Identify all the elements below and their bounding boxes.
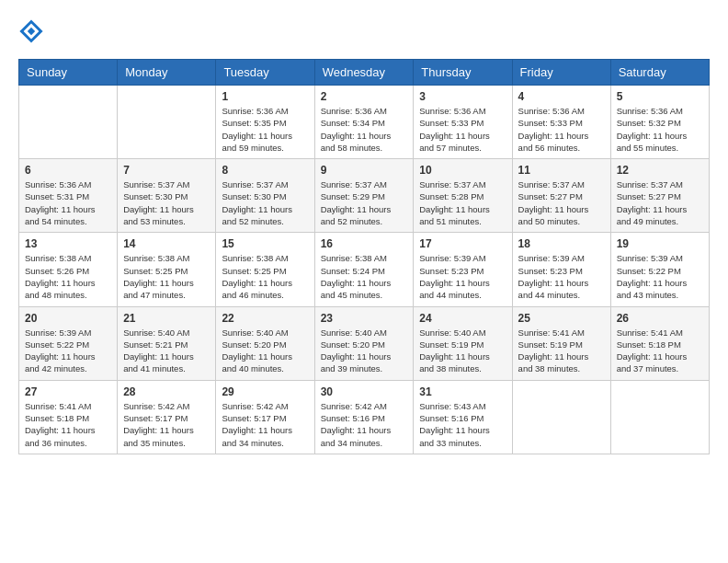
day-info: Sunrise: 5:38 AM Sunset: 5:25 PM Dayligh…	[123, 252, 210, 301]
day-of-week-header: Sunday	[19, 60, 118, 86]
calendar-cell: 30Sunrise: 5:42 AM Sunset: 5:16 PM Dayli…	[314, 380, 414, 454]
day-number: 9	[321, 164, 408, 177]
calendar-cell: 6Sunrise: 5:36 AM Sunset: 5:31 PM Daylig…	[19, 159, 118, 233]
calendar-cell: 3Sunrise: 5:36 AM Sunset: 5:33 PM Daylig…	[414, 86, 512, 159]
day-number: 2	[321, 90, 408, 103]
day-number: 5	[617, 90, 703, 103]
day-info: Sunrise: 5:41 AM Sunset: 5:18 PM Dayligh…	[617, 327, 703, 375]
day-info: Sunrise: 5:37 AM Sunset: 5:27 PM Dayligh…	[617, 178, 703, 227]
calendar-cell: 7Sunrise: 5:37 AM Sunset: 5:30 PM Daylig…	[118, 159, 216, 233]
calendar-cell: 2Sunrise: 5:36 AM Sunset: 5:34 PM Daylig…	[314, 86, 414, 159]
page-header	[18, 18, 710, 44]
day-of-week-header: Saturday	[610, 60, 709, 86]
logo-icon	[18, 18, 44, 44]
day-info: Sunrise: 5:40 AM Sunset: 5:19 PM Dayligh…	[419, 327, 506, 375]
day-of-week-header: Wednesday	[314, 60, 414, 86]
day-info: Sunrise: 5:39 AM Sunset: 5:22 PM Dayligh…	[25, 327, 111, 375]
day-number: 12	[617, 164, 703, 177]
day-number: 4	[518, 90, 605, 103]
day-info: Sunrise: 5:38 AM Sunset: 5:24 PM Dayligh…	[321, 252, 408, 301]
day-of-week-header: Monday	[118, 60, 216, 86]
calendar-header-row: SundayMondayTuesdayWednesdayThursdayFrid…	[19, 60, 710, 86]
logo	[18, 18, 48, 44]
calendar-cell: 10Sunrise: 5:37 AM Sunset: 5:28 PM Dayli…	[414, 159, 512, 233]
day-of-week-header: Tuesday	[216, 60, 314, 86]
day-number: 3	[419, 90, 506, 103]
calendar-cell: 5Sunrise: 5:36 AM Sunset: 5:32 PM Daylig…	[610, 86, 709, 159]
day-info: Sunrise: 5:40 AM Sunset: 5:20 PM Dayligh…	[222, 327, 308, 375]
day-number: 23	[321, 312, 408, 325]
calendar-cell: 31Sunrise: 5:43 AM Sunset: 5:16 PM Dayli…	[414, 380, 512, 454]
calendar-cell: 21Sunrise: 5:40 AM Sunset: 5:21 PM Dayli…	[118, 306, 216, 380]
day-info: Sunrise: 5:40 AM Sunset: 5:20 PM Dayligh…	[321, 327, 408, 375]
calendar-cell: 28Sunrise: 5:42 AM Sunset: 5:17 PM Dayli…	[118, 380, 216, 454]
day-info: Sunrise: 5:39 AM Sunset: 5:23 PM Dayligh…	[419, 252, 506, 301]
day-info: Sunrise: 5:38 AM Sunset: 5:26 PM Dayligh…	[25, 252, 111, 301]
calendar-week-row: 1Sunrise: 5:36 AM Sunset: 5:35 PM Daylig…	[19, 86, 710, 159]
day-number: 10	[419, 164, 506, 177]
day-number: 21	[123, 312, 210, 325]
day-number: 24	[419, 312, 506, 325]
day-info: Sunrise: 5:36 AM Sunset: 5:33 PM Dayligh…	[518, 105, 605, 154]
calendar-cell: 23Sunrise: 5:40 AM Sunset: 5:20 PM Dayli…	[314, 306, 414, 380]
calendar-cell	[118, 86, 216, 159]
day-info: Sunrise: 5:43 AM Sunset: 5:16 PM Dayligh…	[419, 400, 506, 449]
day-number: 11	[518, 164, 605, 177]
day-number: 7	[123, 164, 210, 177]
day-info: Sunrise: 5:38 AM Sunset: 5:25 PM Dayligh…	[222, 252, 308, 301]
day-info: Sunrise: 5:40 AM Sunset: 5:21 PM Dayligh…	[123, 327, 210, 375]
calendar-cell: 22Sunrise: 5:40 AM Sunset: 5:20 PM Dayli…	[216, 306, 314, 380]
calendar-week-row: 27Sunrise: 5:41 AM Sunset: 5:18 PM Dayli…	[19, 380, 710, 454]
calendar-cell: 14Sunrise: 5:38 AM Sunset: 5:25 PM Dayli…	[118, 233, 216, 306]
day-number: 15	[222, 237, 308, 250]
day-number: 30	[321, 385, 408, 398]
day-info: Sunrise: 5:39 AM Sunset: 5:22 PM Dayligh…	[617, 252, 703, 301]
day-info: Sunrise: 5:36 AM Sunset: 5:33 PM Dayligh…	[419, 105, 506, 154]
day-info: Sunrise: 5:36 AM Sunset: 5:35 PM Dayligh…	[222, 105, 308, 154]
calendar-cell: 4Sunrise: 5:36 AM Sunset: 5:33 PM Daylig…	[512, 86, 610, 159]
calendar-cell: 12Sunrise: 5:37 AM Sunset: 5:27 PM Dayli…	[610, 159, 709, 233]
calendar-week-row: 13Sunrise: 5:38 AM Sunset: 5:26 PM Dayli…	[19, 233, 710, 306]
day-number: 13	[25, 237, 111, 250]
day-number: 17	[419, 237, 506, 250]
day-number: 8	[222, 164, 308, 177]
calendar-cell: 24Sunrise: 5:40 AM Sunset: 5:19 PM Dayli…	[414, 306, 512, 380]
day-of-week-header: Thursday	[414, 60, 512, 86]
day-number: 29	[222, 385, 308, 398]
calendar-cell: 20Sunrise: 5:39 AM Sunset: 5:22 PM Dayli…	[19, 306, 118, 380]
day-info: Sunrise: 5:39 AM Sunset: 5:23 PM Dayligh…	[518, 252, 605, 301]
day-number: 22	[222, 312, 308, 325]
calendar-cell: 1Sunrise: 5:36 AM Sunset: 5:35 PM Daylig…	[216, 86, 314, 159]
calendar-table: SundayMondayTuesdayWednesdayThursdayFrid…	[18, 59, 710, 454]
day-number: 20	[25, 312, 111, 325]
calendar-cell: 25Sunrise: 5:41 AM Sunset: 5:19 PM Dayli…	[512, 306, 610, 380]
calendar-cell: 17Sunrise: 5:39 AM Sunset: 5:23 PM Dayli…	[414, 233, 512, 306]
calendar-cell: 9Sunrise: 5:37 AM Sunset: 5:29 PM Daylig…	[314, 159, 414, 233]
day-number: 25	[518, 312, 605, 325]
calendar-week-row: 6Sunrise: 5:36 AM Sunset: 5:31 PM Daylig…	[19, 159, 710, 233]
calendar-cell: 8Sunrise: 5:37 AM Sunset: 5:30 PM Daylig…	[216, 159, 314, 233]
day-number: 1	[222, 90, 308, 103]
day-info: Sunrise: 5:37 AM Sunset: 5:27 PM Dayligh…	[518, 178, 605, 227]
day-number: 26	[617, 312, 703, 325]
day-info: Sunrise: 5:42 AM Sunset: 5:17 PM Dayligh…	[222, 400, 308, 449]
day-info: Sunrise: 5:42 AM Sunset: 5:16 PM Dayligh…	[321, 400, 408, 449]
day-number: 16	[321, 237, 408, 250]
day-info: Sunrise: 5:36 AM Sunset: 5:31 PM Dayligh…	[25, 178, 111, 227]
calendar-cell: 15Sunrise: 5:38 AM Sunset: 5:25 PM Dayli…	[216, 233, 314, 306]
calendar-week-row: 20Sunrise: 5:39 AM Sunset: 5:22 PM Dayli…	[19, 306, 710, 380]
day-info: Sunrise: 5:36 AM Sunset: 5:34 PM Dayligh…	[321, 105, 408, 154]
calendar-cell: 26Sunrise: 5:41 AM Sunset: 5:18 PM Dayli…	[610, 306, 709, 380]
day-info: Sunrise: 5:37 AM Sunset: 5:30 PM Dayligh…	[222, 178, 308, 227]
day-number: 27	[25, 385, 111, 398]
day-number: 6	[25, 164, 111, 177]
calendar-body: 1Sunrise: 5:36 AM Sunset: 5:35 PM Daylig…	[19, 86, 710, 454]
calendar-cell: 18Sunrise: 5:39 AM Sunset: 5:23 PM Dayli…	[512, 233, 610, 306]
calendar-cell	[512, 380, 610, 454]
day-number: 28	[123, 385, 210, 398]
day-info: Sunrise: 5:41 AM Sunset: 5:18 PM Dayligh…	[25, 400, 111, 449]
day-number: 31	[419, 385, 506, 398]
calendar-cell: 27Sunrise: 5:41 AM Sunset: 5:18 PM Dayli…	[19, 380, 118, 454]
calendar-cell: 19Sunrise: 5:39 AM Sunset: 5:22 PM Dayli…	[610, 233, 709, 306]
day-number: 14	[123, 237, 210, 250]
